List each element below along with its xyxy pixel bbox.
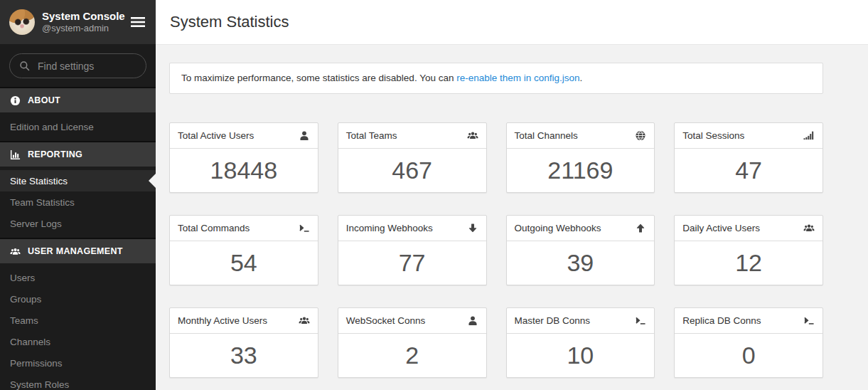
page-title: System Statistics (170, 13, 289, 31)
stat-card-incoming-webhooks: Incoming Webhooks 77 (338, 215, 487, 285)
banner-text-after: . (580, 73, 583, 83)
sidebar-section-header[interactable]: ABOUT (0, 88, 156, 112)
stat-card-outgoing-webhooks: Outgoing Webhooks 39 (506, 215, 655, 285)
user-icon (299, 130, 310, 141)
sidebar-header: System Console @system-admin (0, 0, 156, 44)
stat-card-value: 12 (675, 241, 823, 285)
stat-card-header: Daily Active Users (675, 216, 823, 241)
avatar[interactable] (9, 9, 35, 35)
main-area: System Statistics To maximize performanc… (156, 0, 868, 390)
sidebar-item-label: Channels (10, 337, 50, 347)
sidebar-nav: ABOUT Edition and License REPORTING Site… (0, 87, 156, 390)
stat-card-header: WebSocket Conns (338, 308, 486, 334)
sidebar-item-label: Site Statistics (10, 176, 68, 186)
section-items: Users Groups Teams Channels Permissions … (0, 263, 156, 390)
users-icon (467, 130, 478, 141)
stat-card-value: 54 (170, 241, 318, 285)
performance-notice-banner: To maximize performance, some statistics… (169, 63, 823, 94)
stat-card-label: Total Teams (346, 130, 397, 141)
arrow-down-icon (467, 223, 478, 233)
sidebar: System Console @system-admin ABOUT Editi… (0, 0, 156, 390)
sidebar-item-edition-and-license[interactable]: Edition and License (0, 116, 156, 137)
reenable-config-link[interactable]: re-enable them in config.json (456, 73, 579, 83)
stat-card-header: Incoming Webhooks (338, 216, 486, 241)
sidebar-item-server-logs[interactable]: Server Logs (0, 213, 156, 234)
sidebar-item-label: Server Logs (10, 218, 62, 229)
stat-card-label: Total Sessions (682, 130, 744, 141)
sidebar-item-teams[interactable]: Teams (0, 310, 156, 331)
sidebar-item-label: Permissions (10, 358, 63, 369)
users-icon (299, 315, 310, 326)
page-header: System Statistics (156, 0, 868, 45)
arrow-up-icon (635, 223, 646, 233)
sidebar-item-permissions[interactable]: Permissions (0, 352, 156, 374)
stat-card-value: 18448 (170, 149, 318, 192)
sidebar-item-system-roles[interactable]: System Roles (0, 374, 156, 390)
content-area: To maximize performance, some statistics… (156, 45, 868, 390)
menu-icon[interactable] (129, 14, 146, 30)
section-items: Edition and License (0, 112, 156, 141)
stat-card-value: 21169 (507, 149, 655, 192)
section-label: ABOUT (28, 95, 60, 105)
sidebar-item-label: Teams (10, 315, 38, 326)
terminal-icon (299, 223, 310, 233)
stat-card-header: Total Commands (170, 216, 318, 241)
stat-card-header: Total Active Users (170, 123, 318, 149)
sidebar-section-about: ABOUT Edition and License (0, 87, 156, 141)
stat-card-label: Total Commands (178, 223, 250, 233)
stat-card-value: 77 (338, 241, 486, 285)
stat-card-label: Monthly Active Users (178, 315, 267, 326)
stat-card-label: Incoming Webhooks (346, 223, 433, 233)
app-window: System Console @system-admin ABOUT Editi… (0, 0, 868, 390)
stat-card-monthly-active-users: Monthly Active Users 33 (169, 307, 318, 378)
stat-card-label: Daily Active Users (682, 223, 760, 233)
stat-card-grid: Total Active Users 18448 Total Teams 467… (169, 122, 823, 378)
bar-chart-icon (10, 149, 21, 160)
stat-card-header: Master DB Conns (507, 308, 655, 334)
sidebar-item-site-statistics[interactable]: Site Statistics (0, 170, 156, 191)
stat-card-value: 47 (675, 149, 823, 192)
stat-card-label: Master DB Conns (515, 315, 591, 326)
search-section (0, 44, 156, 87)
stat-card-header: Total Channels (507, 123, 655, 149)
stat-card-master-db-conns: Master DB Conns 10 (506, 307, 655, 378)
terminal-icon (803, 315, 815, 326)
stat-card-label: WebSocket Conns (346, 315, 426, 326)
banner-text-before: To maximize performance, some statistics… (181, 73, 456, 83)
sidebar-item-team-statistics[interactable]: Team Statistics (0, 191, 156, 213)
stat-card-header: Total Sessions (675, 123, 823, 149)
stat-card-value: 33 (170, 334, 318, 377)
sidebar-item-channels[interactable]: Channels (0, 331, 156, 352)
search-box[interactable] (9, 53, 146, 78)
stat-card-header: Monthly Active Users (170, 308, 318, 334)
sidebar-item-users[interactable]: Users (0, 267, 156, 288)
stat-card-value: 2 (338, 334, 486, 377)
sidebar-item-label: System Roles (10, 379, 69, 390)
user-icon (467, 315, 478, 326)
sidebar-header-text: System Console @system-admin (42, 10, 122, 35)
sidebar-section-header[interactable]: USER MANAGEMENT (0, 239, 156, 263)
stat-card-total-teams: Total Teams 467 (338, 122, 487, 193)
globe-icon (635, 130, 646, 141)
sidebar-section-header[interactable]: REPORTING (0, 142, 156, 167)
sidebar-item-label: Groups (10, 294, 41, 305)
stat-card-websocket-conns: WebSocket Conns 2 (338, 307, 487, 378)
stat-card-daily-active-users: Daily Active Users 12 (674, 215, 823, 285)
console-title: System Console (42, 10, 122, 23)
stat-card-header: Outgoing Webhooks (507, 216, 655, 241)
users-icon (10, 246, 21, 257)
sidebar-item-label: Team Statistics (10, 197, 75, 208)
stat-card-header: Total Teams (338, 123, 486, 149)
stat-card-value: 0 (675, 334, 823, 377)
sidebar-item-groups[interactable]: Groups (0, 288, 156, 310)
terminal-icon (635, 315, 646, 326)
section-items: Site Statistics Team Statistics Server L… (0, 167, 156, 238)
sidebar-section-user-management: USER MANAGEMENT Users Groups Teams Chann… (0, 238, 156, 390)
info-icon (10, 95, 21, 106)
stat-card-value: 10 (507, 334, 655, 377)
stat-card-label: Outgoing Webhooks (515, 223, 601, 233)
stat-card-label: Replica DB Conns (682, 315, 761, 326)
search-input[interactable] (36, 60, 136, 73)
sidebar-section-reporting: REPORTING Site Statistics Team Statistic… (0, 141, 156, 238)
search-icon (19, 60, 30, 71)
